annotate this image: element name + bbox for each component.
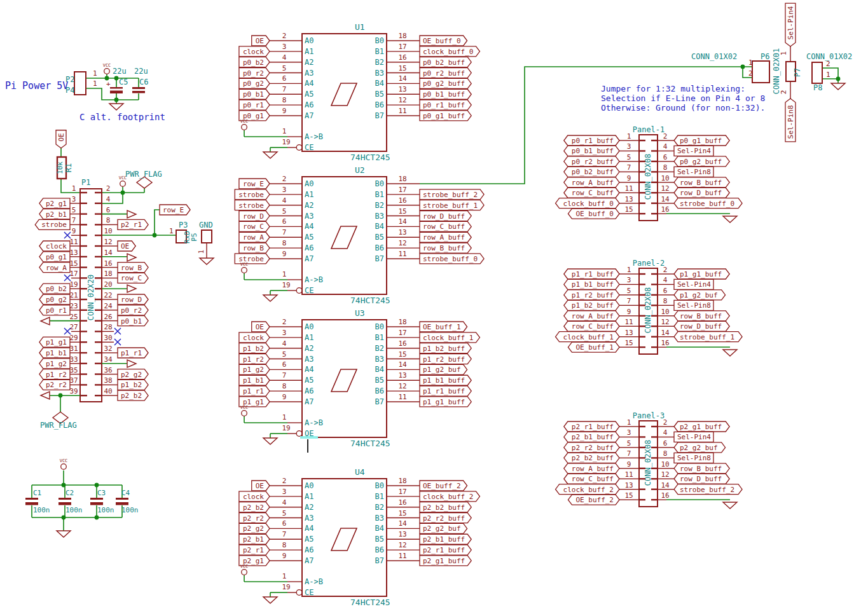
net-label-text-clock[interactable]: clock: [46, 242, 67, 250]
pin-num[interactable]: 1: [198, 250, 205, 254]
ref-P8[interactable]: P8: [813, 83, 822, 92]
net-label-text-p2_b2[interactable]: p2_b2: [121, 392, 142, 400]
pin-num[interactable]: 2: [748, 69, 753, 78]
net-label-text-strobe_buff_2[interactable]: strobe_buff_2: [423, 191, 478, 199]
pin-num[interactable]: 1: [826, 71, 830, 79]
value-R1[interactable]: 10k: [56, 161, 64, 174]
net-label-text-p2_b1_buff[interactable]: p2_b1_buff: [572, 433, 614, 441]
net-label-text-p1_g2_buf[interactable]: p1_g2_buf: [423, 366, 461, 374]
net-label-text-p0_b2[interactable]: p0_b2: [46, 285, 67, 293]
value-U4[interactable]: 74HCT245: [350, 598, 390, 607]
net-label-text-OE[interactable]: OE: [121, 242, 129, 250]
ref-C2[interactable]: C2: [65, 489, 74, 497]
connector-P6[interactable]: [752, 61, 769, 83]
net-label-text-p2_b1_buff[interactable]: p2_b1_buff: [423, 535, 465, 544]
net-label-text-p2_g1_buff[interactable]: p2_g1_buff: [423, 557, 465, 565]
net-label-text-p1_b1_buff[interactable]: p1_b1_buff: [423, 376, 465, 385]
net-label-text-clock_buff_0[interactable]: clock_buff_0: [563, 200, 614, 208]
net-label-text-p2_g2_buf[interactable]: p2_g2_buf: [680, 444, 718, 452]
wire[interactable]: [822, 79, 838, 83]
net-label-text-Sel-Pin4[interactable]: Sel-Pin4: [787, 6, 795, 39]
net-label-text-p0_r1_buff[interactable]: p0_r1_buff: [423, 101, 465, 109]
net-label-text-p2_g1[interactable]: p2_g1: [46, 200, 67, 208]
net-label-text-row_C_buff[interactable]: row_C_buff: [572, 475, 614, 483]
net-label-text-p0_b1[interactable]: p0_b1: [121, 317, 142, 325]
wire[interactable]: [155, 210, 160, 235]
net-label-text-p1_r2_buff[interactable]: p1_r2_buff: [423, 355, 465, 364]
net-label-text-clock[interactable]: clock: [243, 48, 264, 56]
value-C4[interactable]: 100n: [121, 506, 139, 514]
net-label-text-row_A_buff[interactable]: row_A_buff: [423, 233, 465, 242]
net-label-text-p0_g2_buff[interactable]: p0_g2_buff: [423, 79, 465, 88]
wire[interactable]: [102, 193, 123, 203]
net-label-text-OE_buff_0[interactable]: OE_buff_0: [575, 210, 614, 218]
wire[interactable]: [86, 88, 139, 100]
net-label-text-p0_g2[interactable]: p0_g2: [243, 79, 264, 88]
ref-P1[interactable]: P1: [81, 178, 90, 187]
value-GND[interactable]: GND: [199, 221, 213, 229]
ref-Panel-3[interactable]: Panel-3: [633, 411, 665, 420]
net-label-text-row_D[interactable]: row_D: [243, 212, 264, 221]
net-label-text-row_A[interactable]: row_A: [243, 233, 264, 242]
net-label-text-p0_b1_buff[interactable]: p0_b1_buff: [423, 90, 465, 99]
net-label-text-p1_b2_buff[interactable]: p1_b2_buff: [423, 345, 465, 353]
vcc-symbol[interactable]: [120, 181, 126, 187]
schematic-canvas[interactable]: U174HCT2452A0OE3A1clock4A2p0_b25A3p0_r26…: [0, 0, 861, 616]
net-label-text-p2_r2[interactable]: p2_r2: [46, 381, 67, 389]
note-pi-power[interactable]: Pi Power 5V: [5, 80, 68, 92]
net-label-text-p2_r1[interactable]: p2_r1: [243, 546, 264, 554]
value-C1[interactable]: 100n: [33, 506, 50, 514]
net-label-text-row_B_buff[interactable]: row_B_buff: [680, 465, 722, 473]
net-label-text-row_C_buff[interactable]: row_C_buff: [572, 189, 614, 197]
net-label-text-Sel-Pin4[interactable]: Sel-Pin4: [677, 280, 711, 289]
net-label-text-p0_b1[interactable]: p0_b1: [243, 90, 264, 99]
ref-pwr-flag-top[interactable]: PWR_FLAG: [125, 170, 162, 179]
net-label-text-p1_r1[interactable]: p1_r1: [243, 387, 264, 395]
connector-P8[interactable]: [812, 62, 822, 83]
vcc-symbol[interactable]: [242, 125, 247, 130]
net-label-text-clock_buff_1[interactable]: clock_buff_1: [563, 333, 614, 341]
wire[interactable]: [61, 179, 80, 193]
pin-num[interactable]: 2: [780, 90, 788, 95]
net-label-text-clock_buff_0[interactable]: clock_buff_0: [423, 48, 473, 56]
value-P1[interactable]: CONN_02X20: [86, 275, 95, 320]
net-label-text-p0_r1[interactable]: p0_r1: [46, 306, 67, 315]
pin-num[interactable]: 1: [93, 79, 97, 88]
net-label-text-clock_buff_2[interactable]: clock_buff_2: [563, 486, 614, 494]
value-C2[interactable]: 100n: [65, 506, 83, 514]
net-label-text-p0_b2[interactable]: p0_b2: [243, 58, 264, 67]
net-label-text-p1_b2_buff[interactable]: p1_b2_buff: [572, 301, 614, 310]
ref-C4[interactable]: C4: [121, 489, 130, 497]
value-U3[interactable]: 74HCT245: [350, 439, 390, 448]
net-label-text-p0_b2_buff[interactable]: p0_b2_buff: [423, 58, 465, 67]
net-label-text-OE[interactable]: OE: [256, 323, 264, 331]
net-label-text-OE_buff_1[interactable]: OE_buff_1: [423, 323, 461, 331]
net-label-text-row_B[interactable]: row_B: [243, 244, 264, 252]
net-label-text-row_C_buff[interactable]: row_C_buff: [423, 222, 465, 231]
net-label-text-strobe_buff_1[interactable]: strobe_buff_1: [680, 333, 734, 341]
net-label-text-p0_b2_buff[interactable]: p0_b2_buff: [572, 168, 614, 176]
net-label-text-row_E[interactable]: row_E: [163, 206, 184, 214]
net-label-text-p0_g1[interactable]: p0_g1: [46, 253, 67, 261]
gnd-arrow-symbol[interactable]: [127, 210, 136, 218]
net-label-text-p1_b1_buff[interactable]: p1_b1_buff: [572, 280, 614, 289]
ref-P5[interactable]: P5: [190, 233, 198, 241]
ref-C6[interactable]: C6: [139, 78, 148, 86]
value-P6[interactable]: CONN_01X02: [691, 52, 737, 61]
net-label-text-OE[interactable]: OE: [256, 37, 264, 45]
net-label-text-clock_buff_2[interactable]: clock_buff_2: [423, 493, 473, 501]
net-label-text-p1_r2_buff[interactable]: p1_r2_buff: [572, 291, 614, 299]
net-label-text-p1_b1[interactable]: p1_b1: [46, 349, 67, 357]
net-label-text-Sel-Pin8[interactable]: Sel-Pin8: [677, 301, 711, 310]
note-jumper-2[interactable]: Selection if E-Line on Pin 4 or 8: [601, 93, 765, 103]
gnd-arrow-symbol[interactable]: [127, 285, 136, 292]
pin-num[interactable]: 1: [93, 69, 97, 78]
ref-C3[interactable]: C3: [97, 489, 106, 497]
net-label-text-row_A_buff[interactable]: row_A_buff: [572, 312, 614, 320]
net-label-text-p2_g2[interactable]: p2_g2: [121, 371, 142, 379]
net-label-text-p2_r1_buff[interactable]: p2_r1_buff: [572, 423, 614, 431]
net-label-text-p1_g1[interactable]: p1_g1: [46, 338, 67, 346]
gnd-arrow-symbol[interactable]: [127, 360, 136, 367]
value-U1[interactable]: 74HCT245: [350, 153, 390, 162]
net-label-text-row_C[interactable]: row_C: [243, 222, 264, 231]
